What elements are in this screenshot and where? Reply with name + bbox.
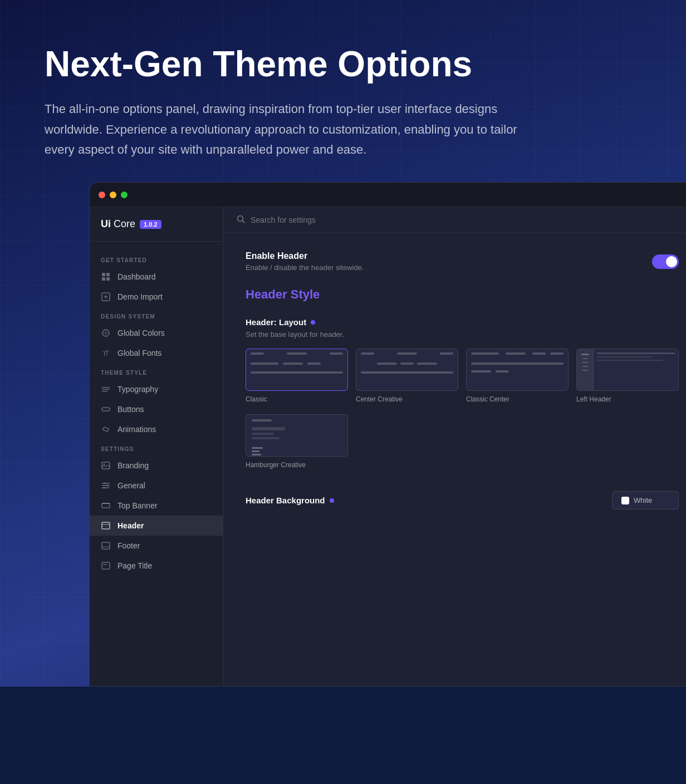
sidebar-item-buttons[interactable]: Buttons — [90, 399, 223, 419]
fonts-svg: T — [101, 349, 110, 357]
sidebar-logo: Ui Core 1.0.2 — [90, 218, 223, 242]
sidebar-label-animations: Animations — [117, 425, 156, 434]
svg-rect-8 — [102, 389, 110, 390]
sidebar-section-theme-style: THEME STYLE — [90, 363, 223, 379]
preview-row-cc3 — [361, 371, 453, 374]
sidebar-section-design-system: DESIGN SYSTEM — [90, 307, 223, 323]
sidebar-label-global-colors: Global Colors — [117, 329, 165, 337]
bar — [287, 352, 307, 355]
svg-point-12 — [104, 464, 105, 465]
bar — [471, 370, 491, 373]
animations-icon — [101, 424, 111, 434]
svg-rect-24 — [102, 522, 110, 529]
layout-card-center-creative[interactable]: Center Creative — [356, 349, 458, 403]
classic-preview — [246, 349, 348, 391]
layout-card-classic[interactable]: Classic — [246, 349, 348, 403]
buttons-icon — [101, 404, 111, 414]
bar — [377, 362, 397, 365]
sidebar-item-page-title[interactable]: Page Title — [90, 556, 223, 576]
animations-svg — [101, 425, 110, 434]
app-body: Ui Core 1.0.2 GET STARTED Dashboard — [90, 207, 686, 686]
preview-row-1 — [251, 352, 343, 355]
bar — [417, 362, 437, 365]
bar — [307, 362, 321, 365]
h-line-2 — [252, 450, 259, 452]
bar — [550, 352, 564, 355]
top-banner-icon — [101, 501, 111, 511]
maximize-button[interactable] — [121, 192, 128, 198]
sidebar-item-global-colors[interactable]: Global Colors — [90, 323, 223, 343]
sidebar-item-header[interactable]: Header — [90, 516, 223, 536]
preview-row-cls1 — [471, 352, 564, 355]
sidebar-section-settings: SETTINGS — [90, 439, 223, 455]
bar — [496, 370, 509, 373]
sidebar-label-typography: Typography — [117, 385, 158, 394]
preview-row-cls3 — [471, 370, 564, 373]
sidebar-item-branding[interactable]: Branding — [90, 455, 223, 476]
hamburger-creative-preview — [246, 414, 348, 457]
hero-description: The all-in-one options panel, drawing in… — [45, 99, 523, 160]
sidebar-item-footer[interactable]: Footer — [90, 536, 223, 556]
hero-title: Next-Gen Theme Options — [45, 45, 641, 84]
preview-row-cc2 — [361, 362, 453, 365]
svg-rect-2 — [102, 277, 105, 281]
sidebar-label-top-banner: Top Banner — [117, 501, 158, 510]
svg-point-21 — [104, 487, 105, 489]
preview-row-2 — [251, 362, 343, 365]
layout-cards-row1: Classic — [246, 349, 679, 403]
close-button[interactable] — [99, 192, 105, 198]
sidebar-item-animations[interactable]: Animations — [90, 419, 223, 439]
classic-center-preview — [466, 349, 569, 391]
sidebar-item-typography[interactable]: Typography — [90, 379, 223, 399]
bar — [251, 352, 264, 355]
footer-icon — [101, 541, 111, 551]
header-bg-value-text: White — [634, 496, 652, 504]
center-creative-preview — [356, 349, 458, 391]
hamburger-preview-content — [246, 415, 347, 456]
bar — [330, 352, 343, 355]
sidebar-item-general[interactable]: General — [90, 476, 223, 496]
layout-card-classic-center[interactable]: Classic Center — [466, 349, 569, 403]
search-svg — [237, 215, 245, 223]
sidebar-label-branding: Branding — [117, 461, 149, 470]
sidebar-item-demo-import[interactable]: Demo Import — [90, 287, 223, 307]
ham-lines — [252, 427, 342, 439]
sidebar: Ui Core 1.0.2 GET STARTED Dashboard — [90, 207, 223, 686]
content-area: Enable Header Enable / disable the heade… — [223, 233, 686, 527]
header-bg-value-selector[interactable]: White — [612, 491, 679, 509]
version-badge: 1.0.2 — [140, 220, 161, 229]
classic-center-content — [467, 349, 568, 390]
header-bg-text: Header Background — [246, 496, 325, 505]
enable-header-row: Enable Header Enable / disable the heade… — [246, 251, 679, 272]
window-chrome — [90, 183, 686, 207]
hamburger-lines — [252, 447, 263, 455]
enable-header-toggle[interactable] — [652, 254, 679, 269]
bar — [400, 362, 414, 365]
ham-row-2 — [252, 445, 342, 455]
sidebar-item-top-banner[interactable]: Top Banner — [90, 496, 223, 516]
svg-rect-22 — [102, 503, 110, 508]
buttons-svg — [101, 405, 110, 414]
layout-card-left-header[interactable]: Left Header — [576, 349, 679, 403]
enable-header-desc: Enable / disable the header sitewide. — [246, 263, 364, 272]
layout-card-hamburger-creative[interactable]: Hamburger Creative — [246, 414, 348, 469]
bar — [471, 352, 499, 355]
search-placeholder[interactable]: Search for settings — [251, 215, 316, 224]
layout-cards-row2: Hamburger Creative — [246, 414, 679, 469]
sidebar-item-dashboard[interactable]: Dashboard — [90, 267, 223, 287]
top-banner-svg — [101, 501, 110, 510]
dashboard-icon — [101, 272, 111, 282]
svg-rect-1 — [106, 273, 110, 276]
enable-header-title: Enable Header — [246, 251, 364, 261]
footer-svg — [101, 541, 110, 550]
center-creative-content — [356, 349, 458, 390]
svg-point-18 — [107, 485, 109, 487]
header-svg — [101, 521, 110, 530]
sidebar-item-global-fonts[interactable]: T Global Fonts — [90, 343, 223, 363]
svg-rect-28 — [102, 562, 110, 569]
page-title-svg — [101, 561, 110, 570]
minimize-button[interactable] — [110, 192, 116, 198]
bar — [506, 352, 526, 355]
header-bg-label: Header Background — [246, 496, 334, 505]
preview-row-cls2 — [471, 362, 564, 365]
